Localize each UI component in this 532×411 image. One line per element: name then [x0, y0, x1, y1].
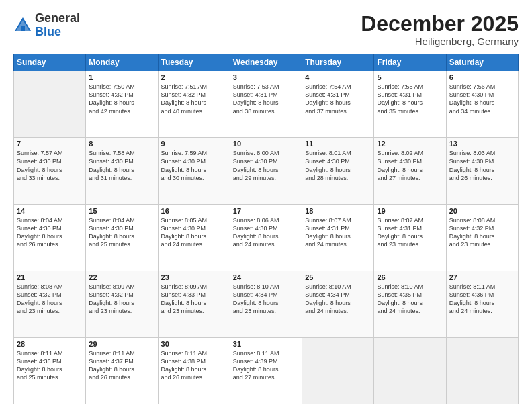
- logo-general-text: General: [35, 11, 80, 25]
- logo-blue-text: Blue: [35, 25, 61, 38]
- calendar-cell-w4-d1: 21Sunrise: 8:08 AMSunset: 4:32 PMDayligh…: [14, 271, 86, 337]
- calendar-cell-w1-d2: 1Sunrise: 7:50 AMSunset: 4:32 PMDaylight…: [86, 71, 158, 138]
- day-number: 5: [377, 73, 443, 81]
- day-number: 9: [161, 140, 227, 148]
- calendar-cell-w3-d1: 14Sunrise: 8:04 AMSunset: 4:30 PMDayligh…: [14, 204, 86, 271]
- day-number: 27: [449, 273, 515, 281]
- cell-info: Sunrise: 8:00 AMSunset: 4:30 PMDaylight:…: [233, 149, 299, 182]
- header: General Blue December 2025 Heiligenberg,…: [13, 12, 519, 47]
- logo-icon: [13, 16, 32, 35]
- cell-info: Sunrise: 8:11 AMSunset: 4:39 PMDaylight:…: [233, 349, 299, 382]
- day-number: 14: [17, 207, 83, 215]
- calendar-subtitle: Heiligenberg, Germany: [361, 36, 519, 47]
- day-number: 20: [449, 207, 515, 215]
- day-number: 29: [89, 340, 154, 348]
- calendar-week-4: 21Sunrise: 8:08 AMSunset: 4:32 PMDayligh…: [14, 271, 519, 337]
- day-number: 10: [233, 140, 299, 148]
- header-wednesday: Wednesday: [230, 54, 302, 71]
- day-number: 7: [17, 140, 83, 148]
- header-sunday: Sunday: [14, 54, 86, 71]
- calendar-header-row: Sunday Monday Tuesday Wednesday Thursday…: [14, 54, 519, 71]
- calendar-cell-w1-d6: 5Sunrise: 7:55 AMSunset: 4:31 PMDaylight…: [374, 71, 446, 138]
- cell-info: Sunrise: 8:08 AMSunset: 4:32 PMDaylight:…: [449, 216, 515, 249]
- calendar-cell-w4-d2: 22Sunrise: 8:09 AMSunset: 4:32 PMDayligh…: [86, 271, 158, 337]
- day-number: 23: [161, 273, 227, 281]
- calendar-week-1: 1Sunrise: 7:50 AMSunset: 4:32 PMDaylight…: [14, 71, 519, 138]
- day-number: 24: [233, 273, 299, 281]
- calendar-cell-w4-d6: 26Sunrise: 8:10 AMSunset: 4:35 PMDayligh…: [374, 271, 446, 337]
- cell-info: Sunrise: 8:01 AMSunset: 4:30 PMDaylight:…: [305, 149, 371, 182]
- day-number: 2: [161, 73, 227, 81]
- calendar-cell-w1-d3: 2Sunrise: 7:51 AMSunset: 4:32 PMDaylight…: [158, 71, 230, 138]
- calendar-cell-w5-d1: 28Sunrise: 8:11 AMSunset: 4:36 PMDayligh…: [14, 337, 86, 404]
- cell-info: Sunrise: 8:07 AMSunset: 4:31 PMDaylight:…: [305, 216, 371, 249]
- cell-info: Sunrise: 8:05 AMSunset: 4:30 PMDaylight:…: [161, 216, 227, 249]
- day-number: 28: [17, 340, 83, 348]
- cell-info: Sunrise: 7:51 AMSunset: 4:32 PMDaylight:…: [161, 83, 227, 116]
- cell-info: Sunrise: 8:11 AMSunset: 4:36 PMDaylight:…: [17, 349, 83, 382]
- cell-info: Sunrise: 8:11 AMSunset: 4:38 PMDaylight:…: [161, 349, 227, 382]
- cell-info: Sunrise: 7:54 AMSunset: 4:31 PMDaylight:…: [305, 83, 371, 116]
- calendar-week-3: 14Sunrise: 8:04 AMSunset: 4:30 PMDayligh…: [14, 204, 519, 271]
- cell-info: Sunrise: 7:58 AMSunset: 4:30 PMDaylight:…: [89, 149, 154, 182]
- calendar-cell-w5-d4: 31Sunrise: 8:11 AMSunset: 4:39 PMDayligh…: [230, 337, 302, 404]
- header-thursday: Thursday: [302, 54, 374, 71]
- day-number: 30: [161, 340, 227, 348]
- calendar-cell-w2-d7: 13Sunrise: 8:03 AMSunset: 4:30 PMDayligh…: [446, 138, 518, 204]
- calendar-cell-w3-d5: 18Sunrise: 8:07 AMSunset: 4:31 PMDayligh…: [302, 204, 374, 271]
- day-number: 15: [89, 207, 154, 215]
- calendar-cell-w4-d5: 25Sunrise: 8:10 AMSunset: 4:34 PMDayligh…: [302, 271, 374, 337]
- calendar-table: Sunday Monday Tuesday Wednesday Thursday…: [13, 54, 519, 404]
- day-number: 13: [449, 140, 515, 148]
- calendar-cell-w1-d7: 6Sunrise: 7:56 AMSunset: 4:30 PMDaylight…: [446, 71, 518, 138]
- cell-info: Sunrise: 8:06 AMSunset: 4:30 PMDaylight:…: [233, 216, 299, 249]
- calendar-cell-w3-d2: 15Sunrise: 8:04 AMSunset: 4:30 PMDayligh…: [86, 204, 158, 271]
- page: General Blue December 2025 Heiligenberg,…: [0, 0, 532, 411]
- logo: General Blue: [13, 12, 80, 39]
- calendar-cell-w2-d3: 9Sunrise: 7:59 AMSunset: 4:30 PMDaylight…: [158, 138, 230, 204]
- day-number: 3: [233, 73, 299, 81]
- calendar-cell-w5-d2: 29Sunrise: 8:11 AMSunset: 4:37 PMDayligh…: [86, 337, 158, 404]
- calendar-cell-w2-d4: 10Sunrise: 8:00 AMSunset: 4:30 PMDayligh…: [230, 138, 302, 204]
- day-number: 31: [233, 340, 299, 348]
- day-number: 6: [449, 73, 515, 81]
- day-number: 1: [89, 73, 154, 81]
- calendar-cell-w4-d7: 27Sunrise: 8:11 AMSunset: 4:36 PMDayligh…: [446, 271, 518, 337]
- cell-info: Sunrise: 8:04 AMSunset: 4:30 PMDaylight:…: [17, 216, 83, 249]
- day-number: 4: [305, 73, 371, 81]
- day-number: 21: [17, 273, 83, 281]
- calendar-cell-w2-d2: 8Sunrise: 7:58 AMSunset: 4:30 PMDaylight…: [86, 138, 158, 204]
- cell-info: Sunrise: 8:02 AMSunset: 4:30 PMDaylight:…: [377, 149, 443, 182]
- cell-info: Sunrise: 8:07 AMSunset: 4:31 PMDaylight:…: [377, 216, 443, 249]
- calendar-cell-w4-d3: 23Sunrise: 8:09 AMSunset: 4:33 PMDayligh…: [158, 271, 230, 337]
- calendar-title: December 2025: [361, 12, 519, 36]
- cell-info: Sunrise: 8:04 AMSunset: 4:30 PMDaylight:…: [89, 216, 154, 249]
- cell-info: Sunrise: 7:59 AMSunset: 4:30 PMDaylight:…: [161, 149, 227, 182]
- cell-info: Sunrise: 8:10 AMSunset: 4:34 PMDaylight:…: [233, 283, 299, 316]
- day-number: 19: [377, 207, 443, 215]
- day-number: 17: [233, 207, 299, 215]
- calendar-cell-w2-d6: 12Sunrise: 8:02 AMSunset: 4:30 PMDayligh…: [374, 138, 446, 204]
- cell-info: Sunrise: 8:08 AMSunset: 4:32 PMDaylight:…: [17, 283, 83, 316]
- day-number: 25: [305, 273, 371, 281]
- calendar-cell-w4-d4: 24Sunrise: 8:10 AMSunset: 4:34 PMDayligh…: [230, 271, 302, 337]
- calendar-cell-w5-d7: [446, 337, 518, 404]
- header-monday: Monday: [86, 54, 158, 71]
- calendar-cell-w2-d1: 7Sunrise: 7:57 AMSunset: 4:30 PMDaylight…: [14, 138, 86, 204]
- calendar-cell-w5-d3: 30Sunrise: 8:11 AMSunset: 4:38 PMDayligh…: [158, 337, 230, 404]
- logo-text: General Blue: [35, 12, 80, 39]
- calendar-week-2: 7Sunrise: 7:57 AMSunset: 4:30 PMDaylight…: [14, 138, 519, 204]
- cell-info: Sunrise: 8:09 AMSunset: 4:32 PMDaylight:…: [89, 283, 154, 316]
- day-number: 26: [377, 273, 443, 281]
- cell-info: Sunrise: 8:03 AMSunset: 4:30 PMDaylight:…: [449, 149, 515, 182]
- calendar-cell-w1-d5: 4Sunrise: 7:54 AMSunset: 4:31 PMDaylight…: [302, 71, 374, 138]
- day-number: 12: [377, 140, 443, 148]
- cell-info: Sunrise: 7:56 AMSunset: 4:30 PMDaylight:…: [449, 83, 515, 116]
- cell-info: Sunrise: 7:57 AMSunset: 4:30 PMDaylight:…: [17, 149, 83, 182]
- day-number: 18: [305, 207, 371, 215]
- header-friday: Friday: [374, 54, 446, 71]
- day-number: 22: [89, 273, 154, 281]
- header-saturday: Saturday: [446, 54, 518, 71]
- calendar-cell-w2-d5: 11Sunrise: 8:01 AMSunset: 4:30 PMDayligh…: [302, 138, 374, 204]
- day-number: 16: [161, 207, 227, 215]
